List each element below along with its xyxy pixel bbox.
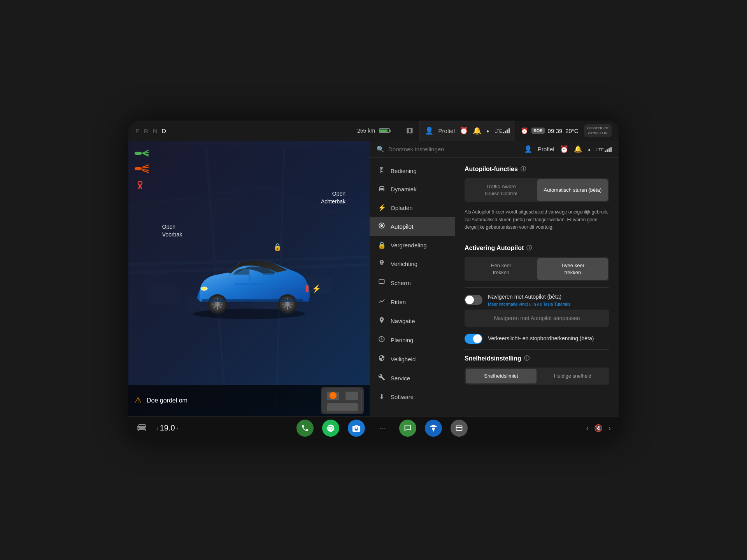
service-icon [377, 374, 386, 383]
svg-rect-54 [327, 403, 358, 411]
bediening-icon: 🎛 [377, 167, 386, 175]
tesla-app-btn[interactable] [425, 420, 442, 437]
next-track-btn[interactable]: › [608, 424, 611, 432]
seatbelt-indicator [135, 180, 149, 192]
cruise-control-btn[interactable]: Traffic-Aware Cruise Control [466, 179, 537, 201]
battery-indicator [379, 128, 390, 133]
nav-item-navigatie[interactable]: Navigatie [370, 312, 455, 331]
map-icon[interactable] [406, 127, 414, 135]
voorbak-label: Open Voorbak [162, 223, 182, 238]
temperature-value: 19.0 [160, 424, 175, 432]
nav-item-software[interactable]: ⬇ Software [370, 388, 455, 406]
search-area: 🔍 [370, 141, 517, 158]
traffic-recognition-toggle[interactable] [465, 334, 482, 344]
svg-rect-16 [135, 167, 142, 170]
nav-label-ritten: Ritten [391, 299, 406, 305]
bluetooth-header-icon[interactable]: ⬥ [587, 146, 591, 152]
auto-steer-btn[interactable]: Automatisch sturen (bèta) [537, 179, 608, 201]
svg-line-24 [139, 187, 140, 189]
nav-item-opladen[interactable]: ⚡ Opladen [370, 199, 455, 217]
nav-label-vergrendeling: Vergrendeling [391, 242, 427, 248]
nav-item-veiligheid[interactable]: Veiligheid [370, 350, 455, 369]
nav-item-verlichting[interactable]: Verlichting [370, 254, 455, 273]
nav-autopilot-sublabel[interactable]: Meer informatie vindt u in de Tesla Tuto… [488, 302, 570, 306]
speed-group: Snelheidslimiet Huidige snelheid [465, 368, 609, 385]
sos-badge[interactable]: SOS [531, 128, 544, 134]
profile-label[interactable]: Profiel [438, 128, 455, 134]
messages-icon-btn[interactable] [399, 420, 416, 437]
car-icon-taskbar[interactable] [136, 423, 148, 434]
temp-display-top: 20°C [565, 128, 579, 134]
gear-n: N [153, 128, 162, 134]
nav-label-scherm: Scherm [391, 280, 411, 286]
alarm-icon[interactable]: ⏰ [459, 126, 468, 135]
speed-section: Snelheidsinstelling ⓘ Snelheidslimiet Hu… [465, 355, 609, 385]
more-dots-btn[interactable]: ··· [374, 420, 391, 437]
navigatie-icon [377, 317, 386, 326]
info-icon-functies[interactable]: ⓘ [521, 166, 526, 173]
left-indicators [135, 149, 149, 192]
volume-icon[interactable]: 🔇 [594, 424, 603, 432]
svg-rect-51 [345, 392, 358, 400]
vergrendeling-icon: 🔒 [377, 241, 386, 249]
alarm-header-icon[interactable]: ⏰ [560, 145, 568, 154]
autopilot-description: Als Autopilot 5 keer wordt uitgeschakeld… [465, 208, 609, 231]
nav-item-service[interactable]: Service [370, 369, 455, 388]
dynamiek-icon [377, 185, 386, 194]
card-icon-btn[interactable] [451, 420, 468, 437]
nav-item-autopilot[interactable]: Autopilot [370, 217, 455, 236]
alarm-topbar-icon: ⏰ [521, 127, 528, 135]
tesla-screen: P R N D 255 km 👤 Profiel ⏰ [128, 121, 619, 439]
autopilot-mode-group: Traffic-Aware Cruise Control Automatisch… [465, 178, 609, 202]
time-display: 09:39 [548, 128, 563, 134]
nav-item-ritten[interactable]: Ritten [370, 292, 455, 312]
bell-header-icon[interactable]: 🔔 [574, 145, 582, 153]
camera-icon-btn[interactable] [348, 420, 365, 437]
nav-item-scherm[interactable]: Scherm [370, 273, 455, 292]
one-pull-btn[interactable]: Eén keer trekken [466, 258, 537, 280]
autopilot-icon [377, 222, 386, 231]
gear-r: R [144, 128, 153, 134]
nav-autopilot-aanpassen-btn[interactable]: Navigeren met Autopilot aanpassen [465, 310, 609, 327]
traffic-recognition-label: Verkeerslicht- en stopbordherkenning (bè… [488, 335, 594, 343]
nav-item-planning[interactable]: Planning [370, 331, 455, 350]
info-icon-activering[interactable]: ⓘ [526, 245, 532, 252]
lock-icon-car: 🔒 [273, 243, 282, 251]
achterbak-label: Open Achterbak [321, 190, 345, 205]
two-pull-btn[interactable]: Twee keer trekken [537, 258, 608, 280]
current-speed-btn[interactable]: Huidige snelheid [537, 369, 608, 383]
divider-1 [465, 239, 609, 239]
nav-menu: 🎛 Bediening Dynamiek ⚡ Opladen [370, 158, 455, 416]
nav-item-bediening[interactable]: 🎛 Bediening [370, 162, 455, 180]
activering-title: Activering Autopilot ⓘ [465, 245, 609, 252]
car-labels: Open Voorbak 🔒 Open Achterbak ⚡ [128, 141, 370, 416]
nav-label-planning: Planning [391, 337, 413, 343]
notification-icon[interactable]: 🔔 [473, 126, 481, 135]
nav-label-veiligheid: Veiligheid [391, 356, 416, 362]
nav-label-opladen: Opladen [391, 205, 413, 211]
profile-icon-header: 👤 [524, 145, 532, 153]
right-arrow[interactable]: › [177, 425, 179, 431]
prnd-indicator: P R N D [135, 128, 168, 134]
prev-track-btn[interactable]: ‹ [586, 424, 589, 432]
profile-label-header[interactable]: Profiel [538, 146, 554, 152]
divider-3 [465, 349, 609, 350]
spotify-icon-btn[interactable] [322, 420, 339, 437]
warning-text: Doe gordel om [147, 397, 188, 404]
left-arrow[interactable]: ‹ [156, 425, 158, 431]
fog-indicator [135, 164, 149, 175]
header-profile: 👤 Profiel ⏰ 🔔 ⬥ LTE [517, 145, 619, 154]
speed-limit-btn[interactable]: Snelheidslimiet [466, 369, 537, 383]
info-icon-speed[interactable]: ⓘ [524, 355, 530, 362]
nav-item-dynamiek[interactable]: Dynamiek [370, 180, 455, 199]
search-input[interactable] [388, 146, 510, 152]
planning-icon [377, 336, 386, 345]
nav-autopilot-toggle[interactable] [465, 295, 482, 305]
bluetooth-icon[interactable]: ⬥ [486, 127, 490, 134]
nav-autopilot-label-group: Navigeren met Autopilot (bèta) Meer info… [488, 293, 570, 306]
nav-label-software: Software [391, 394, 414, 400]
autopilot-section-title: Autopilot-functies ⓘ [465, 166, 609, 173]
phone-icon-btn[interactable] [296, 420, 314, 437]
taskbar-center: ··· [186, 420, 578, 437]
nav-item-vergrendeling[interactable]: 🔒 Vergrendeling [370, 236, 455, 254]
